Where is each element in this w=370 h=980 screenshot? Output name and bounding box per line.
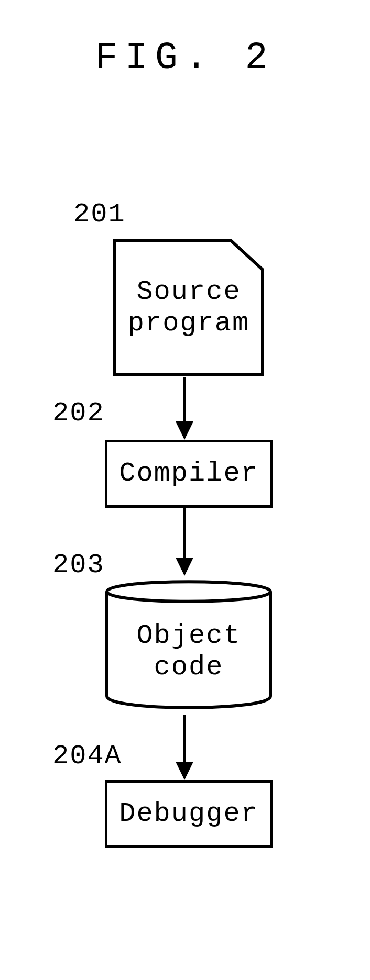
node-source-program-text: Source program	[128, 276, 249, 339]
node-object-code: Object code	[105, 573, 273, 715]
figure-title: FIG. 2	[0, 37, 370, 80]
node-source-program: Source program	[113, 238, 265, 377]
svg-marker-5	[176, 762, 193, 780]
text-line: Object	[136, 620, 241, 651]
node-debugger: Debugger	[105, 780, 273, 848]
node-object-code-text: Object code	[136, 620, 241, 683]
node-label-203: 203	[52, 550, 105, 581]
text-line: Source	[136, 276, 241, 307]
text-line: program	[128, 308, 249, 339]
svg-marker-1	[176, 421, 193, 440]
node-debugger-text: Debugger	[119, 798, 258, 830]
figure-canvas: FIG. 2 201 Source program 202 Compiler 2…	[0, 0, 370, 980]
text-line: code	[154, 652, 224, 683]
node-compiler-text: Compiler	[119, 458, 258, 489]
node-label-202: 202	[52, 398, 105, 429]
node-label-201: 201	[73, 199, 126, 230]
node-compiler: Compiler	[105, 440, 273, 508]
node-label-204a: 204A	[52, 741, 122, 772]
